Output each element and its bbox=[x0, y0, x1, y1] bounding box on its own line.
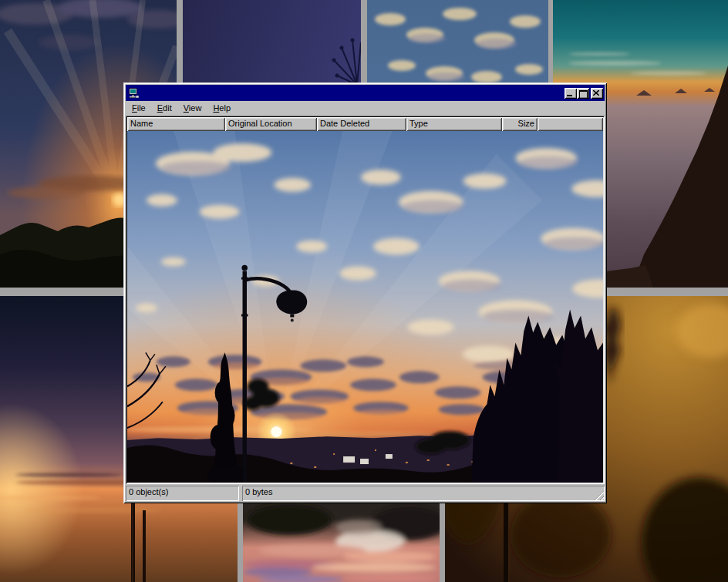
close-icon bbox=[593, 90, 599, 96]
status-size: 0 bytes bbox=[242, 486, 605, 501]
maximize-button[interactable] bbox=[577, 88, 589, 99]
desktop: File Edit View Help Name Original Locati… bbox=[0, 0, 728, 582]
menu-edit[interactable]: Edit bbox=[152, 102, 177, 115]
menu-bar: File Edit View Help bbox=[126, 101, 605, 116]
column-header-row: Name Original Location Date Deleted Type… bbox=[127, 117, 603, 131]
file-list-view[interactable]: Name Original Location Date Deleted Type… bbox=[126, 116, 605, 484]
sunset-photo bbox=[127, 131, 603, 483]
column-header-name[interactable]: Name bbox=[127, 117, 225, 131]
minimize-button[interactable] bbox=[565, 88, 577, 99]
menu-file[interactable]: File bbox=[126, 102, 151, 115]
menu-view[interactable]: View bbox=[178, 102, 207, 115]
column-header-blank[interactable] bbox=[538, 117, 603, 131]
status-bar: 0 object(s) 0 bytes bbox=[126, 486, 605, 501]
column-header-type[interactable]: Type bbox=[406, 117, 502, 131]
column-header-size[interactable]: Size bbox=[502, 117, 538, 131]
titlebar[interactable] bbox=[126, 85, 605, 101]
resize-grip[interactable] bbox=[595, 491, 604, 500]
recycle-bin-window: File Edit View Help Name Original Locati… bbox=[123, 82, 607, 503]
menu-help[interactable]: Help bbox=[207, 102, 236, 115]
close-button[interactable] bbox=[591, 88, 603, 99]
column-header-original-location[interactable]: Original Location bbox=[225, 117, 317, 131]
status-object-count: 0 object(s) bbox=[126, 486, 239, 501]
program-icon[interactable] bbox=[127, 87, 140, 99]
column-header-date-deleted[interactable]: Date Deleted bbox=[317, 117, 406, 131]
